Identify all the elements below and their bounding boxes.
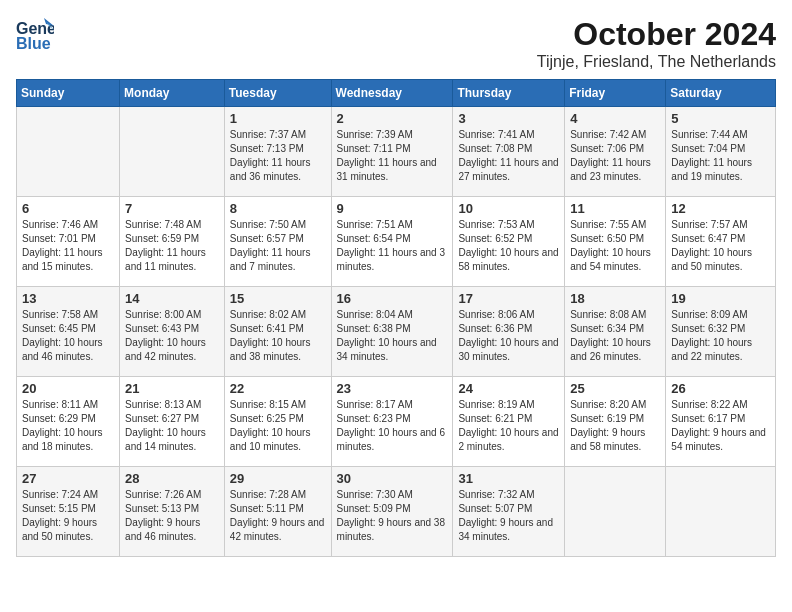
calendar-cell: 9Sunrise: 7:51 AM Sunset: 6:54 PM Daylig…: [331, 197, 453, 287]
calendar-cell: 17Sunrise: 8:06 AM Sunset: 6:36 PM Dayli…: [453, 287, 565, 377]
day-number: 3: [458, 111, 559, 126]
day-number: 2: [337, 111, 448, 126]
day-content: Sunrise: 7:24 AM Sunset: 5:15 PM Dayligh…: [22, 488, 114, 544]
day-content: Sunrise: 8:02 AM Sunset: 6:41 PM Dayligh…: [230, 308, 326, 364]
day-number: 22: [230, 381, 326, 396]
day-content: Sunrise: 8:04 AM Sunset: 6:38 PM Dayligh…: [337, 308, 448, 364]
day-content: Sunrise: 7:44 AM Sunset: 7:04 PM Dayligh…: [671, 128, 770, 184]
day-number: 6: [22, 201, 114, 216]
day-content: Sunrise: 8:19 AM Sunset: 6:21 PM Dayligh…: [458, 398, 559, 454]
day-number: 14: [125, 291, 219, 306]
day-content: Sunrise: 7:32 AM Sunset: 5:07 PM Dayligh…: [458, 488, 559, 544]
page-subtitle: Tijnje, Friesland, The Netherlands: [537, 53, 776, 71]
day-number: 26: [671, 381, 770, 396]
day-header-friday: Friday: [565, 80, 666, 107]
day-number: 16: [337, 291, 448, 306]
calendar-cell: [666, 467, 776, 557]
day-number: 23: [337, 381, 448, 396]
day-content: Sunrise: 8:15 AM Sunset: 6:25 PM Dayligh…: [230, 398, 326, 454]
day-number: 15: [230, 291, 326, 306]
calendar-cell: 15Sunrise: 8:02 AM Sunset: 6:41 PM Dayli…: [224, 287, 331, 377]
calendar-cell: 27Sunrise: 7:24 AM Sunset: 5:15 PM Dayli…: [17, 467, 120, 557]
day-number: 7: [125, 201, 219, 216]
calendar-cell: 8Sunrise: 7:50 AM Sunset: 6:57 PM Daylig…: [224, 197, 331, 287]
day-number: 21: [125, 381, 219, 396]
calendar-cell: 26Sunrise: 8:22 AM Sunset: 6:17 PM Dayli…: [666, 377, 776, 467]
day-content: Sunrise: 7:42 AM Sunset: 7:06 PM Dayligh…: [570, 128, 660, 184]
calendar-cell: 18Sunrise: 8:08 AM Sunset: 6:34 PM Dayli…: [565, 287, 666, 377]
day-number: 9: [337, 201, 448, 216]
day-number: 27: [22, 471, 114, 486]
calendar-cell: 10Sunrise: 7:53 AM Sunset: 6:52 PM Dayli…: [453, 197, 565, 287]
day-content: Sunrise: 8:13 AM Sunset: 6:27 PM Dayligh…: [125, 398, 219, 454]
calendar-cell: 23Sunrise: 8:17 AM Sunset: 6:23 PM Dayli…: [331, 377, 453, 467]
calendar-cell: 31Sunrise: 7:32 AM Sunset: 5:07 PM Dayli…: [453, 467, 565, 557]
day-content: Sunrise: 7:51 AM Sunset: 6:54 PM Dayligh…: [337, 218, 448, 274]
day-number: 17: [458, 291, 559, 306]
calendar-cell: 20Sunrise: 8:11 AM Sunset: 6:29 PM Dayli…: [17, 377, 120, 467]
calendar-cell: 13Sunrise: 7:58 AM Sunset: 6:45 PM Dayli…: [17, 287, 120, 377]
calendar-cell: 24Sunrise: 8:19 AM Sunset: 6:21 PM Dayli…: [453, 377, 565, 467]
calendar-week-1: 1Sunrise: 7:37 AM Sunset: 7:13 PM Daylig…: [17, 107, 776, 197]
calendar-cell: 14Sunrise: 8:00 AM Sunset: 6:43 PM Dayli…: [120, 287, 225, 377]
day-header-monday: Monday: [120, 80, 225, 107]
calendar-cell: 21Sunrise: 8:13 AM Sunset: 6:27 PM Dayli…: [120, 377, 225, 467]
day-content: Sunrise: 8:00 AM Sunset: 6:43 PM Dayligh…: [125, 308, 219, 364]
calendar-cell: 29Sunrise: 7:28 AM Sunset: 5:11 PM Dayli…: [224, 467, 331, 557]
page-title: October 2024: [537, 16, 776, 53]
day-header-thursday: Thursday: [453, 80, 565, 107]
day-header-sunday: Sunday: [17, 80, 120, 107]
calendar-week-3: 13Sunrise: 7:58 AM Sunset: 6:45 PM Dayli…: [17, 287, 776, 377]
day-content: Sunrise: 7:28 AM Sunset: 5:11 PM Dayligh…: [230, 488, 326, 544]
day-number: 25: [570, 381, 660, 396]
day-number: 10: [458, 201, 559, 216]
logo-icon: General Blue: [16, 16, 54, 52]
calendar-cell: 5Sunrise: 7:44 AM Sunset: 7:04 PM Daylig…: [666, 107, 776, 197]
svg-text:Blue: Blue: [16, 35, 51, 52]
calendar-cell: 19Sunrise: 8:09 AM Sunset: 6:32 PM Dayli…: [666, 287, 776, 377]
calendar-cell: 3Sunrise: 7:41 AM Sunset: 7:08 PM Daylig…: [453, 107, 565, 197]
day-content: Sunrise: 7:48 AM Sunset: 6:59 PM Dayligh…: [125, 218, 219, 274]
day-content: Sunrise: 7:58 AM Sunset: 6:45 PM Dayligh…: [22, 308, 114, 364]
day-content: Sunrise: 8:20 AM Sunset: 6:19 PM Dayligh…: [570, 398, 660, 454]
calendar-cell: 28Sunrise: 7:26 AM Sunset: 5:13 PM Dayli…: [120, 467, 225, 557]
day-number: 24: [458, 381, 559, 396]
calendar-cell: 2Sunrise: 7:39 AM Sunset: 7:11 PM Daylig…: [331, 107, 453, 197]
calendar-cell: 1Sunrise: 7:37 AM Sunset: 7:13 PM Daylig…: [224, 107, 331, 197]
calendar-cell: 7Sunrise: 7:48 AM Sunset: 6:59 PM Daylig…: [120, 197, 225, 287]
calendar-cell: 4Sunrise: 7:42 AM Sunset: 7:06 PM Daylig…: [565, 107, 666, 197]
day-header-saturday: Saturday: [666, 80, 776, 107]
day-content: Sunrise: 7:37 AM Sunset: 7:13 PM Dayligh…: [230, 128, 326, 184]
calendar-week-2: 6Sunrise: 7:46 AM Sunset: 7:01 PM Daylig…: [17, 197, 776, 287]
calendar-cell: 6Sunrise: 7:46 AM Sunset: 7:01 PM Daylig…: [17, 197, 120, 287]
calendar-week-5: 27Sunrise: 7:24 AM Sunset: 5:15 PM Dayli…: [17, 467, 776, 557]
day-content: Sunrise: 8:09 AM Sunset: 6:32 PM Dayligh…: [671, 308, 770, 364]
calendar-cell: 25Sunrise: 8:20 AM Sunset: 6:19 PM Dayli…: [565, 377, 666, 467]
day-content: Sunrise: 7:57 AM Sunset: 6:47 PM Dayligh…: [671, 218, 770, 274]
header-row: SundayMondayTuesdayWednesdayThursdayFrid…: [17, 80, 776, 107]
day-content: Sunrise: 7:39 AM Sunset: 7:11 PM Dayligh…: [337, 128, 448, 184]
calendar-cell: [17, 107, 120, 197]
day-number: 8: [230, 201, 326, 216]
day-number: 29: [230, 471, 326, 486]
day-number: 28: [125, 471, 219, 486]
day-header-tuesday: Tuesday: [224, 80, 331, 107]
day-content: Sunrise: 7:41 AM Sunset: 7:08 PM Dayligh…: [458, 128, 559, 184]
calendar-cell: 16Sunrise: 8:04 AM Sunset: 6:38 PM Dayli…: [331, 287, 453, 377]
calendar-cell: 30Sunrise: 7:30 AM Sunset: 5:09 PM Dayli…: [331, 467, 453, 557]
day-content: Sunrise: 7:26 AM Sunset: 5:13 PM Dayligh…: [125, 488, 219, 544]
day-number: 20: [22, 381, 114, 396]
logo: General Blue: [16, 16, 54, 57]
day-content: Sunrise: 8:17 AM Sunset: 6:23 PM Dayligh…: [337, 398, 448, 454]
title-area: October 2024 Tijnje, Friesland, The Neth…: [537, 16, 776, 71]
calendar-cell: 12Sunrise: 7:57 AM Sunset: 6:47 PM Dayli…: [666, 197, 776, 287]
calendar-cell: [120, 107, 225, 197]
day-content: Sunrise: 8:22 AM Sunset: 6:17 PM Dayligh…: [671, 398, 770, 454]
day-content: Sunrise: 7:30 AM Sunset: 5:09 PM Dayligh…: [337, 488, 448, 544]
day-content: Sunrise: 7:55 AM Sunset: 6:50 PM Dayligh…: [570, 218, 660, 274]
day-header-wednesday: Wednesday: [331, 80, 453, 107]
day-number: 30: [337, 471, 448, 486]
day-number: 13: [22, 291, 114, 306]
day-number: 12: [671, 201, 770, 216]
day-content: Sunrise: 7:50 AM Sunset: 6:57 PM Dayligh…: [230, 218, 326, 274]
